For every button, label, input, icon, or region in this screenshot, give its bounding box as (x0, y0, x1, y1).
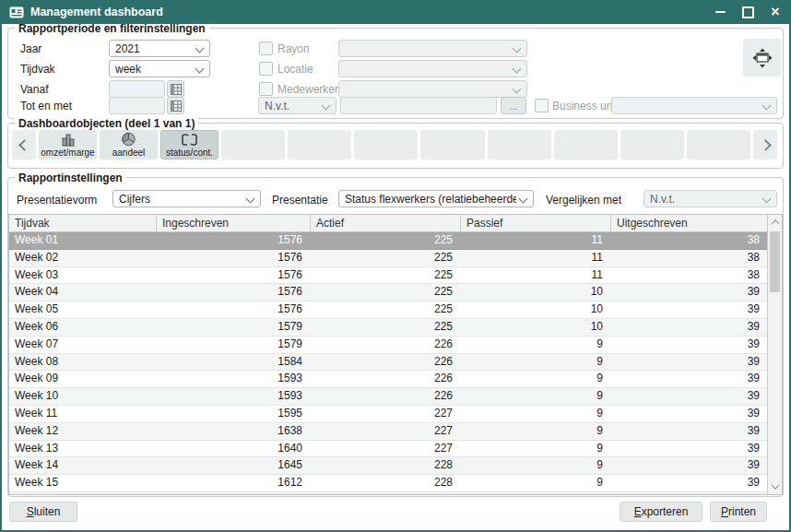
cell-value: 1617 (156, 492, 310, 495)
toolbar-empty-slot[interactable] (420, 130, 484, 160)
column-header[interactable]: Passief (460, 215, 610, 231)
cell-value: 1576 (156, 250, 310, 266)
locatie-checkbox[interactable] (259, 62, 273, 76)
toolbar-prev-button[interactable] (12, 130, 36, 160)
browse-button[interactable]: ... (501, 97, 526, 114)
table-row[interactable]: Week 0215762251138 (9, 250, 767, 267)
presentatie-select[interactable]: Status flexwerkers (relatiebeheerder) (338, 190, 534, 207)
cell-value: 1579 (156, 337, 310, 353)
cell-value: 1645 (156, 457, 310, 474)
titlebar: Management dashboard × (0, 0, 791, 24)
move-window-button[interactable] (743, 39, 781, 77)
sluiten-button[interactable]: Sluiten (9, 502, 77, 522)
table-scrollbar[interactable] (767, 215, 782, 494)
table-row[interactable]: Week 081584226939 (9, 354, 767, 372)
cell-value: 225 (310, 232, 460, 249)
toolbar-item-omzet-marge[interactable]: omzet/marge (39, 130, 97, 160)
rayon-select[interactable] (338, 40, 527, 57)
cell-value: 1595 (156, 406, 310, 422)
close-icon: × (771, 5, 779, 19)
exporteren-button-label: Exporteren (634, 505, 689, 518)
cell-value: 226 (310, 337, 460, 353)
medewerker-select[interactable] (338, 80, 527, 98)
results-table: TijdvakIngeschrevenActiefPassiefUitgesch… (8, 214, 783, 495)
cell-value: 228 (310, 475, 460, 491)
sluiten-button-label: Sluiten (27, 505, 61, 518)
nvt-select[interactable]: N.v.t. (258, 97, 336, 114)
maximize-button[interactable] (739, 4, 756, 20)
table-row[interactable]: Week 0615792251039 (9, 319, 767, 337)
jaar-select[interactable]: 2021 (109, 40, 210, 57)
vanaf-calendar-button[interactable] (167, 80, 184, 98)
cell-value: 1576 (156, 267, 310, 284)
table-row[interactable]: Week 091593226939 (9, 371, 767, 388)
cell-value: 225 (310, 284, 460, 301)
medewerker-checkbox[interactable] (259, 82, 273, 96)
tot-en-met-calendar-button[interactable] (167, 97, 184, 114)
cell-value: 39 (610, 388, 767, 405)
table-row[interactable]: Week 131640227939 (9, 441, 767, 458)
rayon-checkbox[interactable] (259, 41, 273, 55)
column-header[interactable]: Actief (310, 215, 460, 231)
table-row[interactable]: Week 0515762251039 (9, 301, 767, 319)
chevron-up-icon (771, 219, 778, 227)
cell-value: 39 (610, 441, 767, 457)
table-row[interactable]: Week 0115762251138 (9, 232, 767, 250)
cell-tijdvak: Week 06 (9, 319, 156, 336)
cell-value: 10 (460, 284, 610, 301)
cell-value: 227 (310, 423, 460, 440)
column-header[interactable]: Uitgeschreven (610, 215, 767, 231)
table-row[interactable]: Week 111595227939 (9, 406, 767, 423)
column-header[interactable]: Ingeschreven (156, 215, 310, 231)
cell-value: 1640 (156, 441, 310, 457)
toolbar-empty-slot[interactable] (620, 130, 684, 160)
exporteren-button[interactable]: Exporteren (620, 502, 702, 522)
chevron-down-icon (762, 195, 772, 204)
toolbar-item-label: status/cont. (166, 148, 213, 158)
table-row[interactable]: Week 071579226939 (9, 337, 767, 354)
toolbar-empty-slot[interactable] (354, 130, 418, 160)
toolbar-empty-slot[interactable] (687, 130, 750, 160)
table-row[interactable]: Week 121638227939 (9, 423, 767, 441)
presentatievorm-select[interactable]: Cijfers (112, 190, 261, 207)
business-unit-checkbox[interactable] (535, 99, 549, 112)
chevron-down-icon (513, 65, 522, 74)
table-row[interactable]: Week 0315762251138 (9, 267, 767, 285)
table-row[interactable]: Week 0415762251039 (9, 284, 767, 301)
cell-value: 9 (460, 406, 610, 422)
toolbar-next-button[interactable] (753, 130, 777, 160)
toolbar-empty-slot[interactable] (221, 130, 285, 160)
chevron-down-icon (195, 44, 205, 53)
minimize-button[interactable] (712, 4, 728, 20)
toolbar-empty-slot[interactable] (288, 130, 351, 160)
cell-value: 39 (610, 284, 767, 301)
table-row[interactable]: Week 101593226939 (9, 388, 767, 406)
vergelijken-met-select[interactable]: N.v.t. (643, 190, 777, 207)
business-unit-select[interactable] (611, 97, 777, 114)
table-row[interactable]: Week 141645228939 (9, 457, 767, 475)
scroll-down-button[interactable] (768, 479, 782, 494)
tijdvak-select[interactable]: week (109, 60, 210, 77)
table-row[interactable]: Week 161617228939 (9, 492, 767, 495)
vanaf-input[interactable] (109, 80, 165, 98)
printen-button[interactable]: Printen (710, 502, 767, 522)
toolbar-empty-slot[interactable] (488, 130, 551, 160)
toolbar-item-status-cont[interactable]: status/cont. (160, 130, 218, 160)
cell-value: 9 (460, 475, 610, 491)
tot-en-met-input[interactable] (109, 97, 165, 114)
chevron-down-icon (519, 195, 528, 204)
minimize-icon (715, 11, 726, 13)
scroll-up-button[interactable] (768, 215, 782, 230)
scrollbar-thumb[interactable] (770, 231, 780, 292)
cell-value: 1638 (156, 423, 310, 440)
close-button[interactable]: × (767, 4, 784, 20)
table-row[interactable]: Week 151612228939 (9, 475, 767, 492)
toolbar-empty-slot[interactable] (554, 130, 618, 160)
toolbar-item-aandeel[interactable]: aandeel (100, 130, 158, 160)
filter-value-input[interactable] (340, 97, 497, 114)
cell-value: 39 (610, 301, 767, 318)
window-icon (9, 6, 24, 18)
locatie-select[interactable] (338, 60, 527, 77)
column-header[interactable]: Tijdvak (9, 215, 156, 231)
cell-tijdvak: Week 16 (9, 492, 156, 495)
